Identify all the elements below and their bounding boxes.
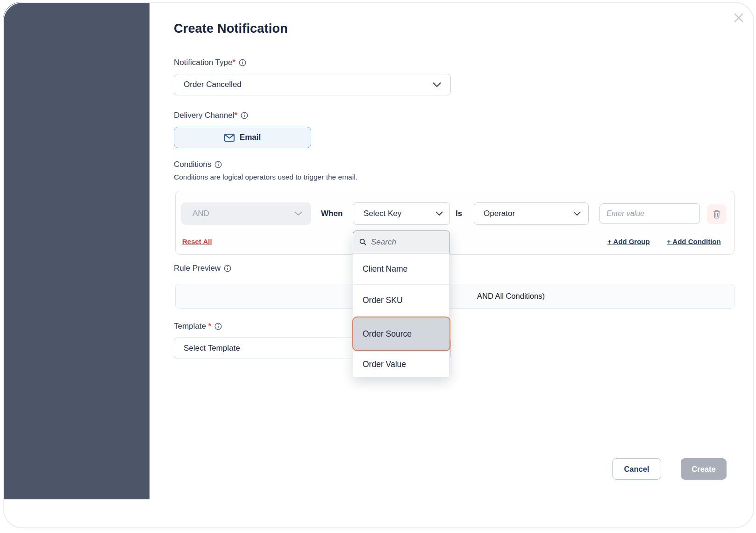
key-dropdown-panel: Client NameOrder SKUOrder SourceOrder Va… xyxy=(353,230,450,377)
cancel-button[interactable]: Cancel xyxy=(612,458,661,480)
add-group-link[interactable]: + Add Group xyxy=(607,238,650,245)
chevron-down-icon xyxy=(294,211,302,216)
info-icon[interactable] xyxy=(224,265,231,272)
key-option-order-value[interactable]: Order Value xyxy=(353,352,449,377)
create-notification-modal: Create Notification Notification Type* O… xyxy=(150,2,754,527)
key-option-client-name[interactable]: Client Name xyxy=(353,253,449,284)
key-option-order-sku[interactable]: Order SKU xyxy=(353,284,449,316)
chevron-down-icon xyxy=(435,211,443,216)
delivery-channel-label-row: Delivery Channel* xyxy=(174,111,248,120)
key-option-order-source[interactable]: Order Source xyxy=(352,317,450,351)
search-icon xyxy=(359,238,366,245)
notification-type-label-row: Notification Type* xyxy=(174,58,246,67)
logic-operator-value: AND xyxy=(193,209,209,218)
email-channel-button[interactable]: Email xyxy=(174,127,311,148)
app-screen: Client ManagementUser ManagementReport M… xyxy=(0,0,756,533)
reset-all-link[interactable]: Reset All xyxy=(182,238,212,245)
required-asterisk: * xyxy=(232,58,235,67)
page-title: Create Notification xyxy=(174,22,288,36)
is-label: Is xyxy=(456,202,462,225)
conditions-description: Conditions are logical operators used to… xyxy=(174,173,357,181)
info-icon[interactable] xyxy=(241,112,248,119)
notification-type-select[interactable]: Order Cancelled xyxy=(174,74,451,95)
delete-condition-button[interactable] xyxy=(707,204,727,224)
condition-value-field xyxy=(599,203,700,224)
rule-preview-label-row: Rule Preview xyxy=(174,264,231,273)
rule-preview-label: Rule Preview xyxy=(174,264,221,273)
email-channel-label: Email xyxy=(240,133,261,142)
template-value: Select Template xyxy=(184,344,240,353)
condition-operator-value: Operator xyxy=(484,209,515,218)
info-icon[interactable] xyxy=(239,59,246,66)
notification-type-value: Order Cancelled xyxy=(184,80,242,89)
conditions-label-row: Conditions xyxy=(174,160,222,169)
template-label: Template * xyxy=(174,322,211,331)
template-label-row: Template * xyxy=(174,322,222,331)
create-button[interactable]: Create xyxy=(681,458,727,480)
close-icon[interactable] xyxy=(733,12,745,24)
delivery-channel-label: Delivery Channel* xyxy=(174,111,237,120)
required-asterisk: * xyxy=(234,111,237,120)
key-search-input[interactable] xyxy=(370,237,433,247)
add-condition-link[interactable]: + Add Condition xyxy=(667,238,721,245)
info-icon[interactable] xyxy=(214,323,222,330)
condition-key-value: Select Key xyxy=(364,209,401,218)
condition-operator-select[interactable]: Operator xyxy=(474,202,589,225)
key-dropdown-options: Client NameOrder SKUOrder SourceOrder Va… xyxy=(353,253,449,377)
info-icon[interactable] xyxy=(214,161,222,168)
chevron-down-icon xyxy=(573,211,581,216)
condition-key-select[interactable]: Select Key xyxy=(353,202,450,225)
rule-preview-box: AND All Conditions) xyxy=(175,284,735,309)
logic-operator-select: AND xyxy=(181,202,311,225)
condition-value-input[interactable] xyxy=(599,203,700,224)
key-dropdown-search xyxy=(353,230,450,253)
chevron-down-icon xyxy=(433,82,441,87)
required-asterisk: * xyxy=(208,322,212,331)
rule-preview-text: AND All Conditions) xyxy=(477,284,545,308)
email-icon xyxy=(224,134,235,142)
trash-icon xyxy=(713,209,721,219)
when-label: When xyxy=(321,202,342,225)
sidebar-backdrop xyxy=(3,2,150,499)
notification-type-label: Notification Type* xyxy=(174,58,235,67)
conditions-label: Conditions xyxy=(174,160,211,169)
